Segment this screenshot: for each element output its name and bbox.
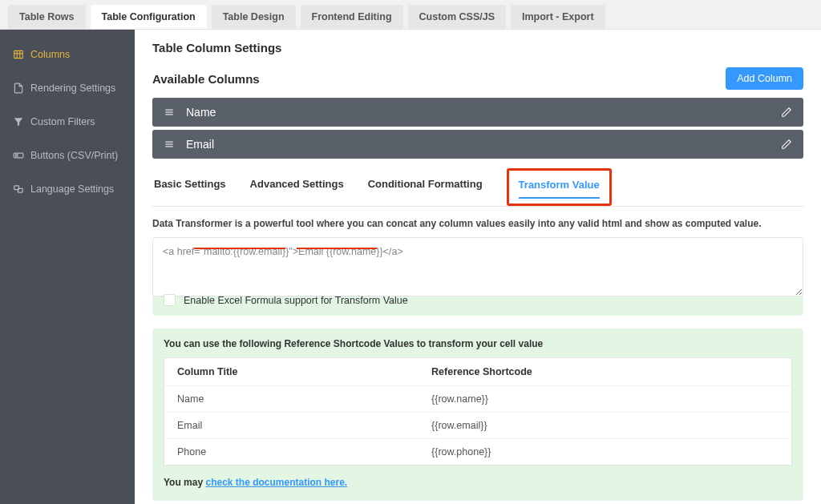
ref-cell-title: Phone: [164, 439, 419, 466]
reference-table: Column Title Reference Shortcode Name {{…: [164, 357, 792, 466]
pencil-icon[interactable]: [781, 107, 792, 118]
tab-basic-settings[interactable]: Basic Settings: [154, 171, 226, 206]
tab-table-configuration[interactable]: Table Configuration: [91, 5, 207, 29]
svg-rect-0: [14, 50, 23, 58]
tab-import-export[interactable]: Import - Export: [511, 5, 605, 29]
sidebar-item-label: Buttons (CSV/Print): [30, 150, 118, 161]
reference-panel: You can use the following Reference Shor…: [152, 329, 803, 501]
tab-table-design[interactable]: Table Design: [212, 5, 296, 29]
tab-conditional-formatting[interactable]: Conditional Formatting: [368, 171, 483, 206]
tab-custom-css-js[interactable]: Custom CSS/JS: [408, 5, 506, 29]
column-inner-tabs: Basic Settings Advanced Settings Conditi…: [152, 171, 803, 207]
tab-advanced-settings[interactable]: Advanced Settings: [250, 171, 344, 206]
pencil-icon[interactable]: [781, 139, 792, 150]
reference-description: You can use the following Reference Shor…: [164, 338, 792, 349]
transform-code-textarea[interactable]: [152, 237, 803, 296]
svg-rect-5: [16, 155, 18, 156]
sidebar-item-buttons[interactable]: Buttons (CSV/Print): [0, 139, 135, 172]
table-row: Name {{row.name}}: [164, 386, 792, 413]
ref-cell-title: Email: [164, 413, 419, 439]
ref-cell-title: Name: [164, 386, 419, 413]
doc-prefix: You may: [164, 477, 205, 488]
sidebar-item-label: Language Settings: [30, 183, 114, 195]
page-title: Table Column Settings: [152, 41, 803, 54]
transform-value-highlight: Transform Value: [507, 168, 612, 206]
checkbox-icon[interactable]: [164, 294, 176, 306]
language-icon: [13, 183, 24, 195]
sidebar-item-language[interactable]: Language Settings: [0, 172, 135, 206]
ref-cell-code: {{row.phone}}: [419, 439, 791, 466]
excel-formula-label-text: Enable Excel Formula support for Transfo…: [184, 295, 408, 306]
sidebar-item-label: Columns: [30, 49, 70, 60]
sidebar-item-filters[interactable]: Custom Filters: [0, 105, 135, 139]
columns-icon: [13, 49, 24, 60]
sidebar-item-columns[interactable]: Columns: [0, 38, 135, 71]
column-label: Email: [186, 138, 214, 151]
drag-handle-icon[interactable]: [164, 139, 175, 150]
top-tabs: Table Rows Table Configuration Table Des…: [0, 0, 821, 30]
table-row: Email {{row.email}}: [164, 413, 792, 439]
sidebar-item-label: Custom Filters: [30, 116, 95, 127]
documentation-link[interactable]: check the documentation here.: [205, 477, 347, 488]
doc-line: You may check the documentation here.: [164, 477, 792, 488]
column-row-email[interactable]: Email: [152, 130, 803, 159]
svg-rect-4: [14, 153, 23, 158]
ref-cell-code: {{row.name}}: [419, 386, 791, 413]
filter-icon: [13, 116, 24, 127]
sidebar-item-label: Rendering Settings: [30, 83, 115, 94]
drag-handle-icon[interactable]: [164, 107, 175, 118]
available-columns-title: Available Columns: [152, 72, 260, 86]
sidebar-item-rendering[interactable]: Rendering Settings: [0, 71, 135, 105]
table-row: Phone {{row.phone}}: [164, 439, 792, 466]
ref-cell-code: {{row.email}}: [419, 413, 791, 439]
column-label: Name: [186, 106, 216, 119]
ref-header-title: Column Title: [164, 358, 419, 386]
tab-transform-value[interactable]: Transform Value: [519, 172, 600, 199]
ref-header-code: Reference Shortcode: [419, 358, 791, 386]
sidebar: Columns Rendering Settings Custom Filter…: [0, 30, 135, 504]
column-row-name[interactable]: Name: [152, 98, 803, 127]
tab-table-rows[interactable]: Table Rows: [8, 5, 86, 29]
buttons-icon: [13, 150, 24, 161]
add-column-button[interactable]: Add Column: [726, 67, 803, 90]
render-icon: [13, 83, 24, 94]
transformer-description: Data Transformer is a powerful tool wher…: [152, 218, 803, 229]
tab-frontend-editing[interactable]: Frontend Editing: [301, 5, 403, 29]
main-content: Table Column Settings Available Columns …: [135, 30, 821, 504]
